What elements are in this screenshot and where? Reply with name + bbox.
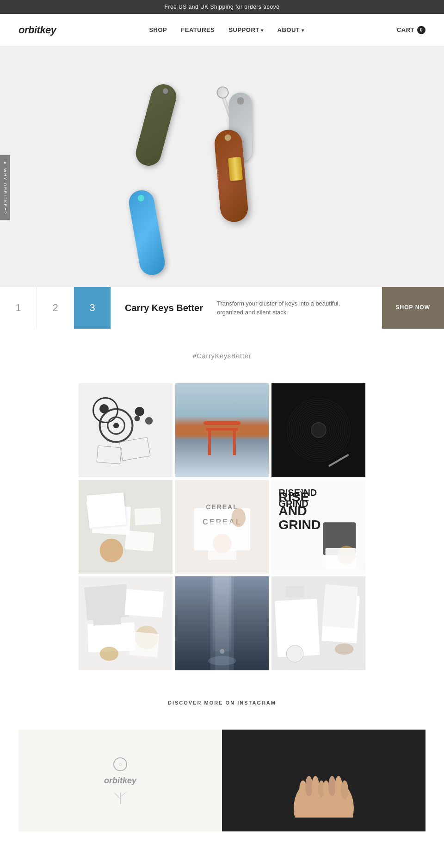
- svg-point-43: [287, 645, 303, 662]
- svg-point-34: [100, 647, 119, 661]
- hero-text-block: Carry Keys Better Transform your cluster…: [111, 287, 382, 329]
- svg-rect-33: [129, 631, 159, 657]
- bottom-showcase: ○ orbitkey: [18, 730, 426, 831]
- svg-text:RISE: RISE: [279, 489, 309, 504]
- torii-top: [204, 421, 240, 425]
- svg-rect-11: [92, 505, 131, 535]
- nav-features[interactable]: FEATURES: [181, 26, 215, 33]
- svg-rect-30: [124, 589, 164, 618]
- key-org-blue: [127, 188, 166, 277]
- torii-gate: [204, 421, 240, 454]
- instagram-photo-9[interactable]: [271, 576, 365, 670]
- instagram-grid: CEREAL RISE AND GRIND: [60, 374, 384, 680]
- svg-point-3: [113, 423, 119, 428]
- cart-label: CART: [397, 26, 414, 33]
- nav-shop[interactable]: SHOP: [149, 26, 167, 33]
- showcase-left: ○ orbitkey: [18, 730, 222, 831]
- nav: SHOP FEATURES SUPPORT ABOUT: [149, 26, 304, 33]
- plant-icon: [111, 790, 130, 804]
- svg-point-44: [335, 643, 354, 655]
- discover-text[interactable]: DISCOVER MORE ON INSTAGRAM: [168, 700, 276, 706]
- instagram-photo-8[interactable]: [175, 576, 269, 670]
- usb-drive: [228, 157, 243, 181]
- svg-point-38: [208, 656, 236, 666]
- svg-point-51: [305, 776, 313, 796]
- shop-now-button[interactable]: SHOP NOW: [382, 287, 444, 329]
- svg-rect-14: [135, 507, 161, 525]
- slide-indicators: 1 2 3: [0, 287, 111, 329]
- slide-3[interactable]: 3: [74, 287, 111, 329]
- instagram-photo-6[interactable]: RISE AND GRIND: [271, 480, 365, 574]
- photo-7-inner: [79, 576, 173, 670]
- photo-3-inner: [271, 383, 365, 477]
- svg-text:AND: AND: [279, 503, 307, 518]
- svg-point-39: [220, 649, 224, 654]
- instagram-photo-7[interactable]: [79, 576, 173, 670]
- hero-products: [0, 46, 444, 287]
- header: orbitkey SHOP FEATURES SUPPORT ABOUT CAR…: [0, 14, 444, 46]
- instagram-photo-2[interactable]: [175, 383, 269, 477]
- slide-1[interactable]: 1: [0, 287, 37, 329]
- svg-rect-45: [286, 586, 305, 598]
- instagram-photo-4[interactable]: [79, 480, 173, 574]
- nav-about[interactable]: ABOUT: [278, 26, 304, 33]
- top-banner: Free US and UK Shipping for orders above: [0, 0, 444, 14]
- logo[interactable]: orbitkey: [18, 24, 56, 36]
- hero-section: WHY ORBITKEY? 1 2 3 Carry K: [0, 46, 444, 329]
- svg-point-4: [135, 407, 144, 416]
- vinyl-arm: [328, 454, 349, 467]
- svg-rect-13: [125, 531, 154, 552]
- showcase-right: [222, 730, 426, 831]
- key-org-olive: [133, 81, 179, 169]
- svg-point-12: [100, 538, 123, 562]
- svg-point-54: [323, 781, 329, 797]
- hashtag-section: #CarryKeysBetter: [0, 329, 444, 374]
- svg-rect-27: [326, 548, 356, 569]
- svg-text:GRIND: GRIND: [279, 517, 321, 532]
- logo-circle: ○: [113, 757, 127, 771]
- svg-rect-10: [86, 496, 127, 529]
- svg-point-55: [328, 776, 336, 796]
- photo-2-inner: [175, 383, 269, 477]
- hero-bottom-bar: 1 2 3 Carry Keys Better Transform your c…: [0, 287, 444, 329]
- product-cluster: [106, 60, 338, 273]
- svg-point-5: [145, 417, 153, 425]
- svg-rect-42: [321, 594, 360, 643]
- torii-leg2: [233, 430, 236, 455]
- svg-point-57: [341, 781, 348, 799]
- svg-rect-0: [79, 383, 173, 477]
- photo-8-inner: [175, 576, 269, 670]
- slide-2[interactable]: 2: [37, 287, 74, 329]
- photo-6-inner: RISE AND GRIND: [271, 480, 365, 574]
- vinyl-record: [286, 398, 351, 462]
- photo-5-inner: CEREAL: [175, 480, 269, 574]
- svg-point-52: [312, 776, 319, 796]
- hands-illustration: [278, 743, 370, 818]
- photo-1-inner: [79, 383, 173, 477]
- hero-headline: Carry Keys Better: [125, 303, 203, 313]
- nav-support[interactable]: SUPPORT: [228, 26, 263, 33]
- banner-text: Free US and UK Shipping for orders above: [165, 4, 280, 10]
- instagram-photo-1[interactable]: [79, 383, 173, 477]
- cart-count: 0: [417, 26, 426, 34]
- photo-4-inner: [79, 480, 173, 574]
- photo-9-inner: [271, 576, 365, 670]
- svg-rect-19: [208, 522, 236, 560]
- instagram-photo-5[interactable]: CEREAL: [175, 480, 269, 574]
- svg-point-20: [231, 508, 245, 527]
- cart-button[interactable]: CART 0: [397, 26, 426, 34]
- svg-point-6: [135, 416, 140, 421]
- svg-rect-29: [84, 584, 129, 621]
- instagram-photo-3[interactable]: [271, 383, 365, 477]
- discover-section: DISCOVER MORE ON INSTAGRAM: [0, 680, 444, 730]
- showcase-logo: orbitkey: [104, 776, 136, 786]
- hero-description: Transform your cluster of keys into a be…: [217, 299, 346, 317]
- hashtag: #CarryKeysBetter: [193, 352, 251, 360]
- torii-leg1: [208, 430, 211, 455]
